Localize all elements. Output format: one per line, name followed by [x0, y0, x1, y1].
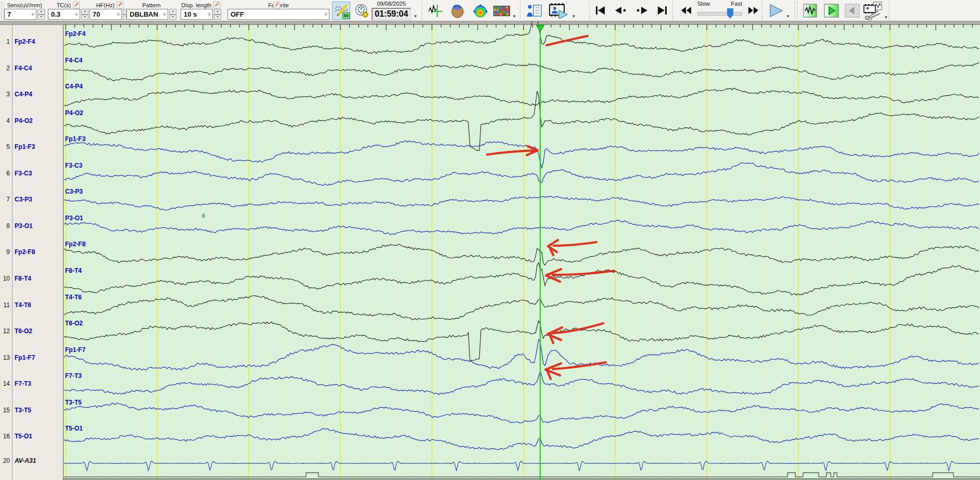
channel-row-T3-T5[interactable]: 15T3-T5	[0, 406, 62, 415]
channel-sidebar: 1Fp2-F42F4-C43C4-P44P4-O25Fp1-F36F3-C37C…	[0, 25, 63, 480]
topography-head-icon	[473, 3, 488, 19]
channel-row-Fp1-F7[interactable]: 13Fp1-F7	[0, 353, 62, 362]
channel-number: 12	[0, 326, 10, 336]
spinner-up-icon: ▲	[37, 9, 45, 15]
channel-row-T5-O1[interactable]: 16T5-O1	[0, 432, 62, 441]
head-3d-map-button[interactable]	[449, 2, 466, 20]
channel-label: Fp2-F8	[15, 247, 35, 257]
fast-label: Fast	[731, 1, 742, 8]
dropdown-icon[interactable]: ▾	[572, 14, 575, 19]
eeg-trace-P4-O2	[64, 91, 979, 150]
toolbar-separator	[762, 0, 762, 21]
notch-filter-button[interactable]: 50	[332, 2, 350, 20]
page-back-icon	[845, 4, 860, 18]
hf-select[interactable]: 70˅	[90, 9, 122, 20]
inplot-channel-label: T6-O2	[65, 320, 83, 327]
channel-row-F7-T3[interactable]: 14F7-T3	[0, 379, 62, 388]
channel-row-F4-C4[interactable]: 2F4-C4	[0, 64, 62, 73]
dsa-trend-button[interactable]	[492, 2, 511, 20]
channel-row-T6-O2[interactable]: 12T6-O2	[0, 326, 62, 336]
inplot-channel-label: T5-O1	[65, 425, 83, 432]
channel-number: 5	[0, 142, 10, 151]
channel-row-Fp1-F3[interactable]: 5Fp1-F3	[0, 142, 62, 151]
channel-row-Fp2-F4[interactable]: 1Fp2-F4	[0, 37, 62, 46]
inplot-channel-label: Fp1-F7	[65, 346, 86, 353]
toolbar-separator	[589, 2, 590, 19]
video-playback-button[interactable]	[548, 2, 569, 20]
tc-select[interactable]: 0.3˅	[48, 9, 80, 20]
page-back-button-disabled	[843, 2, 861, 19]
channel-row-AV-A31[interactable]: 20AV-A31	[0, 456, 62, 465]
go-first-button[interactable]	[593, 3, 609, 18]
eeg-trace-T3-T5	[64, 403, 979, 423]
fast-forward-button[interactable]	[743, 3, 763, 18]
edit-pencil-icon[interactable]: ✎	[213, 2, 220, 8]
favorite-select[interactable]: OFF˅	[227, 9, 329, 20]
channel-row-C4-P4[interactable]: 3C4-P4	[0, 90, 62, 99]
sensitivity-stepper[interactable]: ▲▼	[37, 9, 45, 20]
channel-row-P3-O1[interactable]: 8P3-O1	[0, 221, 62, 231]
go-last-button[interactable]	[654, 3, 669, 18]
inplot-channel-label: Fp2-F4	[65, 30, 86, 37]
display-length-select[interactable]: 10 s˅	[181, 9, 213, 20]
dropdown-icon[interactable]: ▾	[513, 14, 516, 19]
step-forward-button[interactable]	[633, 3, 651, 18]
channel-number: 6	[0, 169, 10, 178]
clip-export-button[interactable]	[862, 1, 885, 20]
edit-pencil-icon[interactable]: ✎	[73, 2, 80, 8]
event-marker-trace	[64, 473, 980, 477]
inplot-channel-label: C4-P4	[65, 83, 83, 90]
topo-map-button[interactable]	[472, 2, 489, 20]
pattern-group: Pattern DBLBAN˅ ▲▼	[126, 1, 176, 20]
speed-slider-thumb[interactable]	[727, 8, 733, 19]
speed-slider-group: Slow Fast	[697, 1, 742, 16]
sensitivity-select[interactable]: 7˅	[4, 9, 36, 20]
display-length-stepper[interactable]: ▲▼	[214, 9, 221, 20]
eeg-trace-Fp2-F8	[64, 244, 979, 265]
channel-number: 4	[0, 116, 10, 125]
red-annotation-arrow-4	[546, 269, 614, 282]
dropdown-icon[interactable]: ▾	[885, 15, 887, 20]
edit-pencil-icon[interactable]: ✎	[273, 2, 280, 8]
channel-row-C3-P3[interactable]: 7C3-P3	[0, 195, 62, 204]
play-button[interactable]	[766, 2, 786, 20]
edit-pencil-icon[interactable]: ✎	[117, 2, 123, 8]
eeg-trace-F7-T3	[64, 372, 979, 395]
film-scissors-icon	[863, 2, 884, 20]
channel-row-T4-T6[interactable]: 11T4-T6	[0, 300, 62, 310]
favorite-group: Favorite✎ OFF˅	[227, 1, 329, 20]
eeg-page-icon	[803, 4, 817, 18]
step-back-button[interactable]	[612, 3, 630, 18]
channel-number: 11	[0, 300, 10, 310]
red-annotation-arrow-3	[548, 240, 596, 255]
page-play-button[interactable]	[822, 2, 840, 19]
dropdown-icon[interactable]: ▾	[414, 14, 417, 19]
eeg-view-button[interactable]	[801, 2, 818, 19]
patient-report-button[interactable]	[526, 2, 543, 20]
channel-row-Fp2-F8[interactable]: 9Fp2-F8	[0, 247, 62, 257]
head-3d-icon	[450, 3, 465, 19]
pattern-select[interactable]: DBLBAN˅	[126, 9, 168, 20]
wave-cursor-view-button[interactable]	[427, 2, 444, 20]
channel-row-F8-T4[interactable]: 10F8-T4	[0, 274, 62, 283]
channel-number: 2	[0, 64, 10, 73]
channel-label: F7-T3	[15, 379, 31, 388]
cursor-marker-triangle[interactable]	[536, 25, 544, 32]
tc-label: TC(s)	[57, 2, 71, 8]
speed-slider[interactable]	[697, 12, 742, 16]
eeg-trace-display[interactable]: Fp2-F4F4-C4C4-P4P4-O2Fp1-F3F3-C3C3-P3P3-…	[63, 21, 980, 480]
rewind-button[interactable]	[677, 3, 696, 18]
channel-row-F3-C3[interactable]: 6F3-C3	[0, 169, 62, 178]
tc-stepper[interactable]: ▲▼	[81, 9, 88, 20]
eeg-trace-F4-C4	[64, 63, 979, 81]
eeg-trace-F8-T4	[64, 263, 979, 295]
dropdown-icon[interactable]: ▾	[787, 14, 790, 19]
channel-row-P4-O2[interactable]: 4P4-O2	[0, 116, 62, 125]
hf-label: HF(Hz)	[96, 2, 114, 8]
montage-settings-button[interactable]	[353, 2, 372, 20]
eeg-trace-P3-O1	[64, 220, 979, 235]
toolbar-grip[interactable]	[794, 2, 797, 19]
wave-cursor-icon	[428, 4, 443, 18]
artifact-glyph: 6	[202, 212, 206, 219]
pattern-stepper[interactable]: ▲▼	[169, 9, 176, 20]
